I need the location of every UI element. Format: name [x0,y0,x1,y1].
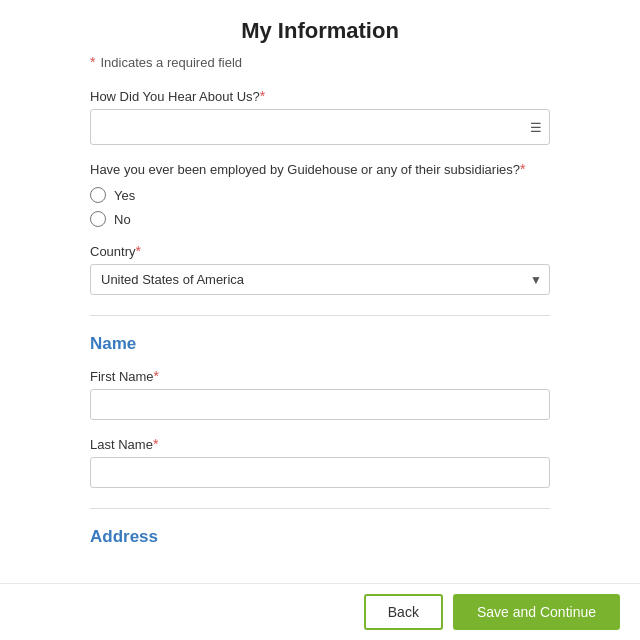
content-area: * Indicates a required field How Did You… [0,54,640,640]
first-name-input[interactable] [90,389,550,420]
last-name-label: Last Name* [90,436,550,452]
how-hear-label: How Did You Hear About Us?* [90,88,550,104]
last-name-group: Last Name* [90,436,550,488]
country-select-wrapper: United States of America Canada United K… [90,264,550,295]
radio-no[interactable] [90,211,106,227]
radio-no-option[interactable]: No [90,211,550,227]
address-section-title: Address [90,527,550,547]
name-divider [90,315,550,316]
radio-yes-option[interactable]: Yes [90,187,550,203]
country-label: Country* [90,243,550,259]
required-asterisk: * [90,54,95,70]
save-continue-button[interactable]: Save and Continue [453,594,620,630]
radio-yes[interactable] [90,187,106,203]
page-wrapper: My Information * Indicates a required fi… [0,0,640,640]
radio-yes-label: Yes [114,188,135,203]
first-name-group: First Name* [90,368,550,420]
country-group: Country* United States of America Canada… [90,243,550,295]
last-name-input[interactable] [90,457,550,488]
back-button[interactable]: Back [364,594,443,630]
required-note-text: Indicates a required field [100,55,242,70]
radio-no-label: No [114,212,131,227]
how-hear-group: How Did You Hear About Us?* ☰ [90,88,550,145]
footer-bar: Back Save and Continue [0,583,640,640]
name-section-title: Name [90,334,550,354]
first-name-label: First Name* [90,368,550,384]
address-divider [90,508,550,509]
required-note: * Indicates a required field [90,54,550,70]
employed-question: Have you ever been employed by Guidehous… [90,161,550,177]
employed-group: Have you ever been employed by Guidehous… [90,161,550,227]
employed-radio-group: Yes No [90,187,550,227]
how-hear-select[interactable] [90,109,550,145]
how-hear-wrapper: ☰ [90,109,550,145]
country-select[interactable]: United States of America Canada United K… [90,264,550,295]
page-title: My Information [0,0,640,54]
